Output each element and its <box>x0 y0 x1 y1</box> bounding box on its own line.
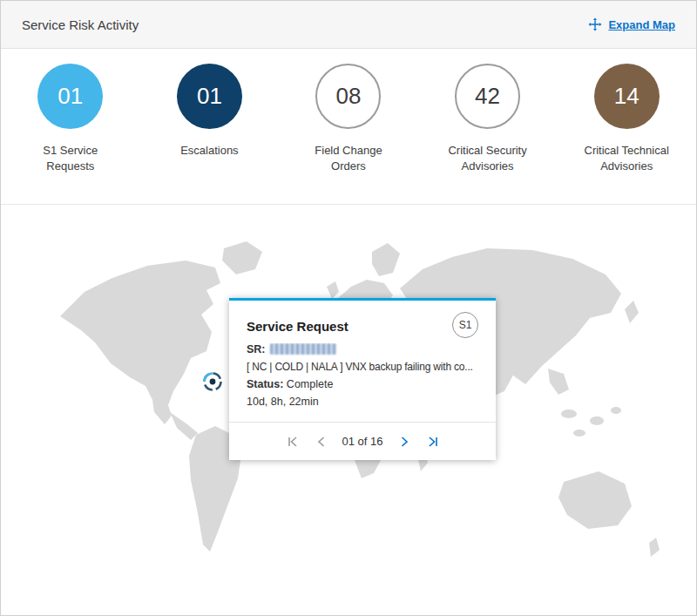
first-page-button[interactable] <box>285 434 301 450</box>
duration: 10d, 8h, 22min <box>247 396 478 408</box>
panel-header: Service Risk Activity Expand Map <box>1 1 696 49</box>
expand-map-link[interactable]: Expand Map <box>588 17 675 31</box>
last-page-icon <box>427 436 439 448</box>
status-label: Status: <box>247 378 283 390</box>
stat-field-change-orders[interactable]: 08 Field Change Orders <box>279 64 418 174</box>
sr-line: SR: <box>247 343 478 355</box>
sr-value-redacted <box>270 343 336 355</box>
stat-label-s1-service-requests: S1 Service Requests <box>19 143 122 174</box>
popup-title: Service Request <box>247 312 348 334</box>
severity-badge: S1 <box>452 312 478 338</box>
stat-label-field-change-orders: Field Change Orders <box>297 143 400 174</box>
panel-title: Service Risk Activity <box>22 17 139 32</box>
stat-s1-service-requests[interactable]: 01 S1 Service Requests <box>1 64 140 174</box>
expand-map-label: Expand Map <box>608 18 675 31</box>
page-indicator: 01 of 16 <box>342 435 383 448</box>
service-request-popup: Service Request S1 SR: [ NC | COLD | NAL… <box>229 298 496 460</box>
next-page-icon <box>398 436 410 448</box>
previous-page-button[interactable] <box>314 434 329 450</box>
map-area: Service Request S1 SR: [ NC | COLD | NAL… <box>1 205 696 615</box>
status-line: Status: Complete <box>247 378 478 390</box>
stats-row: 01 S1 Service Requests 01 Escalations 08… <box>1 49 696 205</box>
stat-circle-field-change-orders[interactable]: 08 <box>315 64 381 129</box>
stat-circle-s1-service-requests[interactable]: 01 <box>37 64 103 129</box>
sr-label: SR: <box>247 343 266 355</box>
service-risk-activity-panel: Service Risk Activity Expand Map 01 S1 S… <box>0 0 697 616</box>
pagination: 01 of 16 <box>229 422 496 460</box>
sr-description: [ NC | COLD | NALA ] VNX backup failing … <box>247 361 478 373</box>
status-value: Complete <box>287 378 334 390</box>
stat-label-critical-technical-advisories: Critical Technical Advisories <box>575 143 678 174</box>
stat-circle-critical-security-advisories[interactable]: 42 <box>455 64 520 129</box>
map-marker[interactable] <box>201 370 224 393</box>
next-page-button[interactable] <box>396 434 412 450</box>
stat-label-escalations: Escalations <box>180 143 238 159</box>
stat-critical-security-advisories[interactable]: 42 Critical Security Advisories <box>418 64 558 174</box>
stat-label-critical-security-advisories: Critical Security Advisories <box>436 143 539 174</box>
stat-critical-technical-advisories[interactable]: 14 Critical Technical Advisories <box>557 64 696 174</box>
stat-escalations[interactable]: 01 Escalations <box>140 64 280 159</box>
last-page-button[interactable] <box>425 434 441 450</box>
first-page-icon <box>287 436 299 448</box>
stat-circle-critical-technical-advisories[interactable]: 14 <box>594 64 660 129</box>
previous-page-icon <box>315 436 328 448</box>
popup-body: Service Request S1 SR: [ NC | COLD | NAL… <box>229 301 496 413</box>
expand-map-icon <box>588 17 602 31</box>
stat-circle-escalations[interactable]: 01 <box>177 64 242 129</box>
